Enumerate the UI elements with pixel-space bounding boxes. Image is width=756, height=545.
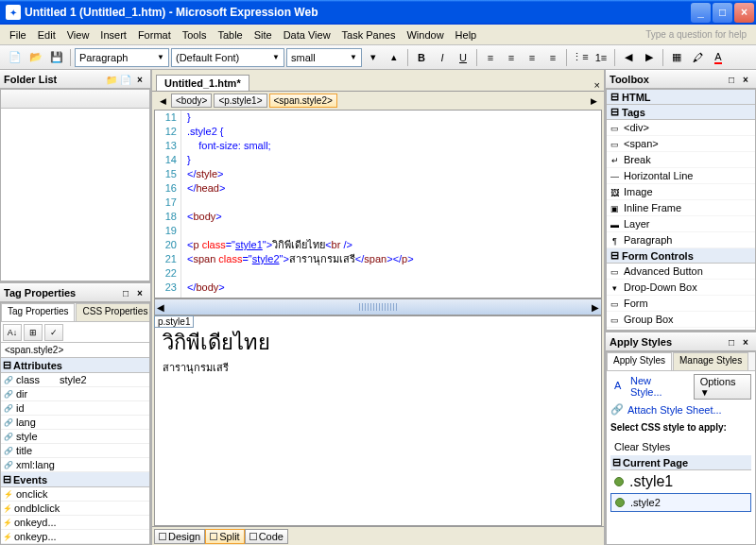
breadcrumb-next-icon[interactable]: ▶ xyxy=(587,94,600,109)
selection-tag[interactable]: p.style1 xyxy=(154,315,194,328)
attr-style[interactable]: style xyxy=(16,431,38,442)
toolbox-item-groupbox[interactable]: ▭Group Box xyxy=(607,312,755,328)
events-group[interactable]: ⊟Events xyxy=(1,472,149,487)
toolbox-item-form[interactable]: ▭Form xyxy=(607,296,755,312)
folder-list-body[interactable] xyxy=(0,89,150,281)
tab-manage-styles[interactable]: Manage Styles xyxy=(673,352,748,370)
font-color-button[interactable]: A xyxy=(709,48,728,67)
toolbox-group-tags[interactable]: ⊟Tags xyxy=(607,105,755,120)
menu-help[interactable]: Help xyxy=(450,27,483,43)
attr-dir[interactable]: dir xyxy=(16,388,27,400)
toolbox-item-layer[interactable]: ▬Layer xyxy=(607,216,755,232)
align-center-button[interactable]: ≡ xyxy=(502,48,521,67)
toolbox-group-form[interactable]: ⊟Form Controls xyxy=(607,248,755,264)
menu-window[interactable]: Window xyxy=(401,27,449,43)
attr-xmllang[interactable]: xml:lang xyxy=(16,459,55,470)
menu-dataview[interactable]: Data View xyxy=(278,27,336,43)
menu-insert[interactable]: Insert xyxy=(94,27,132,43)
current-page-group[interactable]: ⊟Current Page xyxy=(610,455,751,470)
style-item-style2[interactable]: .style2 xyxy=(610,493,751,512)
outdent-button[interactable]: ◀ xyxy=(619,48,638,67)
justify-button[interactable]: ≡ xyxy=(543,48,562,67)
menu-table[interactable]: Table xyxy=(212,27,248,43)
breadcrumb-prev-icon[interactable]: ◀ xyxy=(156,94,169,109)
attr-title[interactable]: title xyxy=(16,445,32,456)
new-page-icon[interactable]: 📄 xyxy=(119,73,132,86)
bullets-button[interactable]: ⋮≡ xyxy=(571,48,590,67)
align-left-button[interactable]: ≡ xyxy=(481,48,500,67)
indent-button[interactable]: ▶ xyxy=(640,48,659,67)
breadcrumb-p[interactable]: <p.style1> xyxy=(214,94,266,108)
panel-maximize-icon[interactable]: □ xyxy=(119,286,132,299)
toolbox-item-span[interactable]: ▭<span> xyxy=(607,136,755,152)
toolbox-item-paragraph[interactable]: ¶Paragraph xyxy=(607,232,755,248)
tab-css-properties[interactable]: CSS Properties xyxy=(76,303,150,321)
style-item-style1[interactable]: .style1 xyxy=(610,470,751,493)
size-down-button[interactable]: ▾ xyxy=(364,48,383,67)
menu-site[interactable]: Site xyxy=(249,27,278,43)
help-search-box[interactable]: Type a question for help xyxy=(645,29,752,40)
attr-lang[interactable]: lang xyxy=(16,417,36,428)
document-tab[interactable]: Untitled_1.htm* xyxy=(156,75,249,91)
categorized-button[interactable]: ⊞ xyxy=(24,324,43,341)
attributes-group[interactable]: ⊟Attributes xyxy=(1,358,149,373)
event-onkeyd[interactable]: onkeyd... xyxy=(14,517,57,528)
close-button[interactable]: × xyxy=(734,3,754,23)
tab-close-icon[interactable]: × xyxy=(594,79,600,91)
attr-id[interactable]: id xyxy=(16,402,25,414)
attr-class[interactable]: class xyxy=(16,374,40,385)
new-button[interactable]: 📄 xyxy=(6,48,25,67)
align-right-button[interactable]: ≡ xyxy=(523,48,541,67)
italic-button[interactable]: I xyxy=(433,48,452,67)
bold-button[interactable]: B xyxy=(412,48,431,67)
toolbox-item-ddbox[interactable]: ▾Drop-Down Box xyxy=(607,280,755,296)
breadcrumb-span[interactable]: <span.style2> xyxy=(269,94,337,108)
design-text-line2[interactable]: สารานุกรมเสรี xyxy=(163,359,593,376)
clear-styles-item[interactable]: Clear Styles xyxy=(610,438,751,455)
menu-taskpanes[interactable]: Task Panes xyxy=(336,27,402,43)
tab-split[interactable]: Split xyxy=(205,529,244,544)
toolbox-item-div[interactable]: ▭<div> xyxy=(607,120,755,136)
scroll-right-icon[interactable]: ▶ xyxy=(592,302,599,313)
tab-tag-properties[interactable]: Tag Properties xyxy=(1,303,75,321)
show-set-button[interactable]: ✓ xyxy=(44,324,63,341)
toolbox-item-advbtn[interactable]: ▭Advanced Button xyxy=(607,264,755,280)
highlight-button[interactable]: 🖍 xyxy=(688,48,707,67)
new-style-link[interactable]: ANew Style... xyxy=(610,373,686,400)
new-folder-icon[interactable]: 📁 xyxy=(105,73,118,86)
size-up-button[interactable]: ▴ xyxy=(385,48,404,67)
attr-class-value[interactable]: style2 xyxy=(58,373,149,386)
font-dropdown[interactable]: (Default Font)▼ xyxy=(171,48,284,67)
panel-close-icon[interactable]: × xyxy=(133,73,146,86)
panel-close-icon[interactable]: × xyxy=(739,73,752,86)
toolbox-item-iframe[interactable]: ▣Inline Frame xyxy=(607,200,755,216)
open-button[interactable]: 📂 xyxy=(26,48,45,67)
code-view[interactable]: 11} 12.style2 { 13 font-size: small; 14}… xyxy=(154,110,602,298)
tab-apply-styles[interactable]: Apply Styles xyxy=(607,352,672,370)
options-button[interactable]: Options ▼ xyxy=(694,374,751,400)
toolbox-item-image[interactable]: 🖼Image xyxy=(607,184,755,200)
event-onclick[interactable]: onclick xyxy=(16,488,48,500)
panel-maximize-icon[interactable]: □ xyxy=(725,73,738,86)
panel-close-icon[interactable]: × xyxy=(739,335,752,349)
maximize-button[interactable]: □ xyxy=(713,3,732,23)
breadcrumb-body[interactable]: <body> xyxy=(171,94,212,108)
attach-stylesheet-link[interactable]: 🔗Attach Style Sheet... xyxy=(607,401,755,418)
minimize-button[interactable]: _ xyxy=(691,3,711,23)
menu-edit[interactable]: Edit xyxy=(32,27,61,43)
panel-maximize-icon[interactable]: □ xyxy=(725,335,738,349)
save-button[interactable]: 💾 xyxy=(47,48,66,67)
split-bar[interactable]: ◀ ▶ xyxy=(154,298,602,315)
menu-format[interactable]: Format xyxy=(132,27,177,43)
menu-view[interactable]: View xyxy=(61,27,95,43)
toolbox-item-break[interactable]: ↵Break xyxy=(607,152,755,168)
panel-close-icon[interactable]: × xyxy=(133,286,146,299)
event-ondblclick[interactable]: ondblclick xyxy=(14,502,60,514)
toolbox-group-html[interactable]: ⊟HTML xyxy=(607,90,755,105)
scroll-left-icon[interactable]: ◀ xyxy=(157,302,164,313)
tab-design[interactable]: Design xyxy=(154,529,205,544)
event-onkeyp[interactable]: onkeyp... xyxy=(14,531,57,542)
design-text-line1[interactable]: วิกิพีเดียไทย xyxy=(163,326,593,359)
sort-alpha-button[interactable]: A↓ xyxy=(3,324,22,341)
underline-button[interactable]: U xyxy=(454,48,472,67)
